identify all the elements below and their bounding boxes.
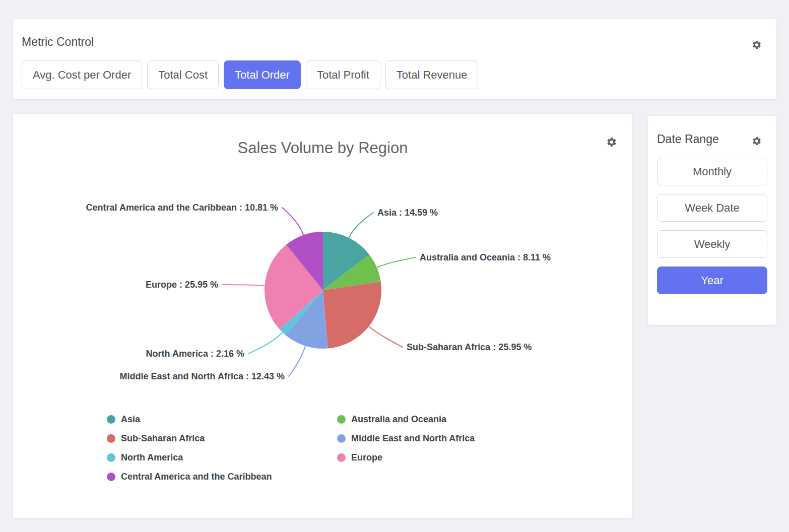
- legend-label: Middle East and North Africa: [351, 432, 475, 444]
- legend-dot-icon: [107, 415, 115, 424]
- legend-item-central-america-and-the-caribbean[interactable]: Central America and the Caribbean: [107, 471, 337, 483]
- pie-label-australia-and-oceania: Australia and Oceania : 8.11 %: [420, 252, 551, 262]
- date-range-button-group: MonthlyWeek DateWeeklyYear: [657, 158, 767, 294]
- legend-dot-icon: [107, 453, 115, 462]
- pie-label-central-america-and-the-caribbean: Central America and the Caribbean : 10.8…: [86, 203, 278, 213]
- chart-panel: Sales Volume by Region Asia : 14.59 %Aus…: [13, 114, 632, 518]
- pie-label-leader-middle-east-and-north-africa: [289, 347, 305, 376]
- date-range-button-year[interactable]: Year: [657, 267, 767, 294]
- pie-label-leader-asia: [349, 213, 373, 237]
- legend-label: Australia and Oceania: [351, 413, 446, 425]
- legend-label: Asia: [121, 413, 140, 425]
- pie-label-europe: Europe : 25.95 %: [146, 280, 218, 290]
- legend-label: North America: [121, 451, 183, 463]
- pie-label-leader-europe: [222, 285, 264, 286]
- metric-button-total-profit[interactable]: Total Profit: [306, 60, 380, 89]
- metric-control-title: Metric Control: [22, 35, 94, 49]
- legend-label: Europe: [351, 451, 382, 463]
- metric-button-group: Avg. Cost per OrderTotal CostTotal Order…: [22, 60, 478, 89]
- metric-control-panel: Metric Control Avg. Cost per OrderTotal …: [13, 19, 776, 99]
- date-range-panel: Date Range MonthlyWeek DateWeeklyYear: [648, 116, 776, 325]
- date-range-title: Date Range: [657, 132, 719, 146]
- legend-dot-icon: [107, 434, 115, 443]
- date-range-button-monthly[interactable]: Monthly: [657, 158, 767, 185]
- date-range-settings-gear-icon[interactable]: [752, 136, 762, 146]
- metric-button-total-revenue[interactable]: Total Revenue: [385, 60, 479, 89]
- legend-dot-icon: [337, 434, 346, 443]
- pie-label-sub-saharan-africa: Sub-Saharan Africa : 25.95 %: [407, 342, 532, 352]
- date-range-button-week-date[interactable]: Week Date: [657, 194, 767, 222]
- pie-slice-sub-saharan-africa[interactable]: [323, 282, 381, 348]
- legend-label: Central America and the Caribbean: [121, 471, 272, 483]
- metric-settings-gear-icon[interactable]: [752, 40, 762, 50]
- metric-button-total-cost[interactable]: Total Cost: [147, 60, 219, 89]
- pie-label-asia: Asia : 14.59 %: [377, 208, 438, 218]
- legend-item-north-america[interactable]: North America: [107, 451, 337, 463]
- pie-label-leader-australia-and-oceania: [377, 257, 416, 268]
- legend-dot-icon: [337, 453, 346, 462]
- pie-label-leader-north-america: [248, 333, 282, 354]
- legend-item-sub-saharan-africa[interactable]: Sub-Saharan Africa: [107, 432, 337, 444]
- metric-button-total-order[interactable]: Total Order: [224, 60, 301, 89]
- pie-label-middle-east-and-north-africa: Middle East and North Africa : 12.43 %: [120, 371, 285, 381]
- pie-label-north-america: North America : 2.16 %: [146, 349, 244, 359]
- legend-item-europe[interactable]: Europe: [337, 451, 475, 463]
- dashboard-page: Metric Control Avg. Cost per OrderTotal …: [0, 0, 789, 532]
- chart-legend: AsiaAustralia and OceaniaSub-Saharan Afr…: [107, 413, 475, 483]
- legend-item-middle-east-and-north-africa[interactable]: Middle East and North Africa: [337, 432, 475, 444]
- legend-dot-icon: [337, 415, 346, 424]
- date-range-button-weekly[interactable]: Weekly: [657, 230, 767, 258]
- legend-label: Sub-Saharan Africa: [121, 432, 205, 444]
- legend-dot-icon: [107, 473, 115, 481]
- pie-label-leader-central-america-and-the-caribbean: [282, 208, 303, 235]
- legend-item-asia[interactable]: Asia: [107, 413, 337, 425]
- metric-button-avg-cost-per-order[interactable]: Avg. Cost per Order: [22, 60, 142, 89]
- legend-item-australia-and-oceania[interactable]: Australia and Oceania: [337, 413, 475, 425]
- pie-label-leader-sub-saharan-africa: [369, 327, 403, 347]
